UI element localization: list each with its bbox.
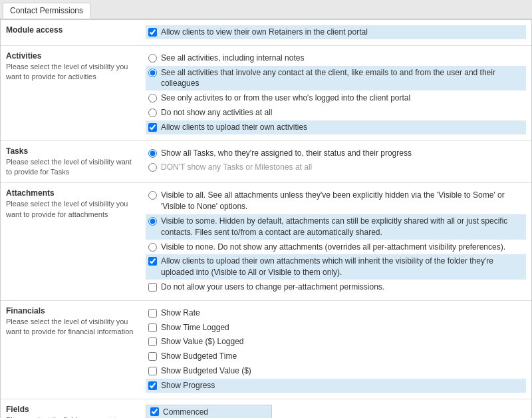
attachments-section: Attachments Please select the level of v… (1, 183, 531, 300)
option-row: DON'T show any Tasks or Milestones at al… (146, 160, 526, 174)
fields-listbox-container: Commenced Expires Status Status History (146, 405, 526, 418)
activities-section: Activities Please select the level of vi… (1, 46, 531, 141)
tasks-label: Tasks Please select the level of visibil… (6, 146, 146, 178)
financials-budgetedtime-checkbox[interactable] (148, 352, 157, 361)
option-row: Visible to all. See all attachments unle… (146, 188, 526, 214)
fields-listbox: Commenced Expires Status Status History (146, 405, 272, 418)
tasks-radio-0[interactable] (148, 149, 157, 158)
fields-label: Fields Please select the fields you want… (6, 405, 146, 418)
option-row: Show Time Logged (146, 321, 526, 335)
module-access-label: Module access (6, 25, 146, 35)
field-commenced-checkbox[interactable] (150, 407, 159, 416)
tasks-section: Tasks Please select the level of visibil… (1, 141, 531, 184)
financials-progress-checkbox[interactable] (148, 381, 157, 390)
option-row: Show Value ($) Logged (146, 335, 526, 349)
option-row: Do not show any activities at all (146, 106, 526, 120)
activities-label: Activities Please select the level of vi… (6, 51, 146, 83)
financials-timelogged-checkbox[interactable] (148, 323, 157, 332)
option-row: Visible to none. Do not show any attachm… (146, 240, 526, 254)
fields-section: Fields Please select the fields you want… (1, 399, 531, 418)
attachments-radio-1[interactable] (148, 217, 157, 226)
option-row: See all activities that involve any cont… (146, 66, 526, 91)
module-access-checkbox[interactable] (148, 28, 157, 37)
option-row: Allow clients to upload their own attach… (146, 254, 526, 280)
tab-bar: Contact Permissions (0, 0, 532, 19)
field-item: Commenced (146, 405, 271, 418)
fields-options: Commenced Expires Status Status History (146, 405, 526, 418)
activities-upload-checkbox[interactable] (148, 123, 157, 132)
option-row: Show Progress (146, 379, 526, 393)
financials-valuelogged-checkbox[interactable] (148, 337, 157, 346)
activities-radio-2[interactable] (148, 94, 157, 103)
option-row: Show Rate (146, 306, 526, 320)
option-row: Do not allow your users to change per-at… (146, 280, 526, 294)
option-row: Visible to some. Hidden by default, atta… (146, 214, 526, 240)
option-row: See only activites to or from the user w… (146, 91, 526, 105)
attachments-options: Visible to all. See all attachments unle… (146, 188, 526, 294)
attachments-perms-checkbox[interactable] (148, 283, 157, 292)
page-content: Module access Allow clients to view thei… (0, 19, 532, 418)
option-row: Show Budgeted Time (146, 349, 526, 363)
financials-rate-checkbox[interactable] (148, 309, 157, 317)
activities-radio-3[interactable] (148, 108, 157, 117)
option-row: Show all Tasks, who they're assigned to,… (146, 146, 526, 160)
activities-radio-1[interactable] (148, 69, 157, 77)
option-row: Allow clients to upload their own activi… (146, 120, 526, 134)
financials-budgetedvalue-checkbox[interactable] (148, 367, 157, 375)
module-access-section: Module access Allow clients to view thei… (1, 20, 531, 46)
activities-options: See all activities, including internal n… (146, 51, 526, 135)
option-row: Show Budgeted Value ($) (146, 364, 526, 378)
option-row: See all activities, including internal n… (146, 51, 526, 65)
attachments-label: Attachments Please select the level of v… (6, 188, 146, 220)
financials-section: Financials Please select the level of vi… (1, 301, 531, 399)
financials-options: Show Rate Show Time Logged Show Value ($… (146, 306, 526, 393)
activities-radio-0[interactable] (148, 54, 157, 63)
tasks-options: Show all Tasks, who they're assigned to,… (146, 146, 526, 176)
attachments-upload-checkbox[interactable] (148, 257, 157, 266)
attachments-radio-0[interactable] (148, 191, 157, 200)
attachments-radio-2[interactable] (148, 243, 157, 252)
option-row: Allow clients to view their own Retainer… (146, 25, 526, 39)
tasks-radio-1[interactable] (148, 163, 157, 172)
contact-permissions-tab[interactable]: Contact Permissions (3, 3, 90, 19)
financials-label: Financials Please select the level of vi… (6, 306, 146, 337)
module-access-options: Allow clients to view their own Retainer… (146, 25, 526, 40)
